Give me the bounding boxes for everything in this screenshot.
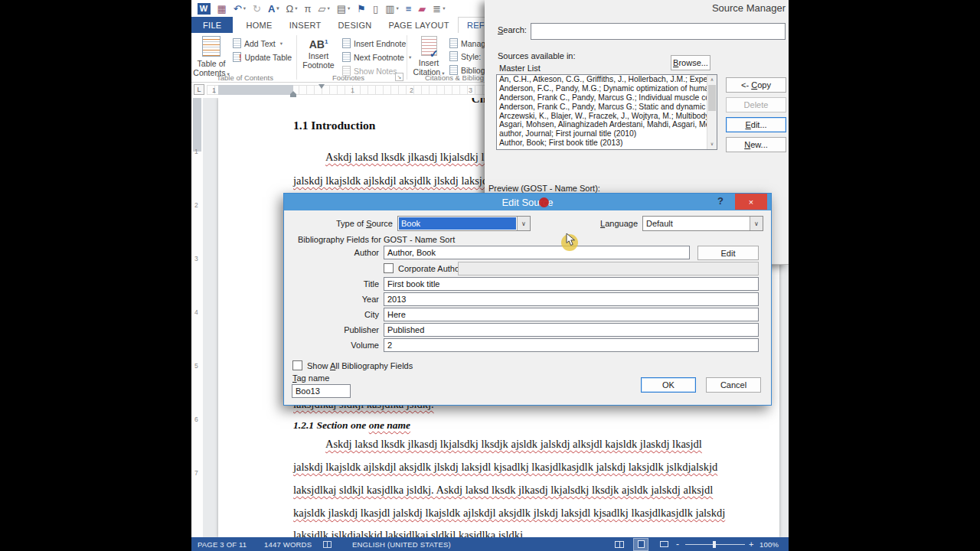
title-field[interactable]: First book title [384,277,759,291]
recorder-click-highlight [539,197,549,207]
source-list-item[interactable]: An, C.H., Atkeson, C.G., Griffiths, J., … [497,75,717,84]
master-source-list[interactable]: An, C.H., Atkeson, C.G., Griffiths, J., … [496,74,717,150]
next-footnote-icon [342,52,351,62]
source-list-item[interactable]: Asgari, Mohsen, Alinaghizadeh Ardestani,… [497,120,717,129]
tag-name-field[interactable]: Boo13 [292,384,351,398]
tag-name-label: Tag name [292,373,329,383]
format-painter-icon[interactable]: ▰ [415,0,430,17]
show-all-fields-checkbox[interactable] [292,360,302,370]
zoom-level[interactable]: 100% [760,537,779,551]
insert-citation-icon: ✓ [421,36,437,56]
tab-design[interactable]: DESIGN [330,17,381,33]
master-list-label: Master List [499,64,541,73]
source-list-item[interactable]: Anderson, Frank C., Pandy, Marcus G.; In… [497,93,717,103]
tab-file[interactable]: FILE [191,17,233,33]
city-field[interactable]: Here [384,308,759,321]
type-of-source-select[interactable]: Book ∨ [397,216,531,231]
undo-icon[interactable]: ↶▾ [230,0,249,17]
zoom-out-button[interactable]: - [676,537,679,551]
cancel-button[interactable]: Cancel [706,377,761,393]
sources-available-label: Sources available in: [498,51,576,60]
new-source-button[interactable]: New... [726,137,786,152]
flag-icon[interactable]: ⚑ [354,0,370,17]
table-of-contents-button[interactable]: Table of Contents▾ [194,34,229,79]
scroll-down-icon: ∨ [707,140,717,149]
equation-icon[interactable]: π [301,0,315,17]
list-scrollbar[interactable]: ∧ ∨ [707,75,717,149]
proofing-icon[interactable] [323,537,332,551]
volume-field[interactable]: 2 [384,338,759,352]
web-layout-icon[interactable] [657,537,671,551]
copy-button[interactable]: <- Copy [726,77,786,93]
insert-citation-button[interactable]: ✓ Insert Citation▾ [411,34,446,79]
shapes-icon[interactable]: ▱▾ [315,0,333,17]
fields-header: Bibliography Fields for GOST - Name Sort [298,235,455,244]
document-icon[interactable]: ▯ [369,0,381,17]
source-manager-title: Source Manager [712,2,786,14]
edit-source-dialog: Edit Source ? × Type of Source Book ∨ La… [283,193,772,406]
source-list-item[interactable]: author, Journal; First journal title (20… [497,129,717,139]
source-list-item[interactable]: Anderson, F.C., Pandy, M.G.; Dynamic opt… [497,84,717,93]
footnotes-dialog-launcher[interactable]: ↘ [395,73,403,81]
paragraph-marks-icon[interactable]: ≡ [402,0,415,17]
redo-icon[interactable]: ↻ [249,0,264,17]
add-text-button[interactable]: Add Text ▾ [233,37,283,50]
comment-icon[interactable]: ▤▾ [333,0,354,17]
word-logo-icon[interactable]: W [194,0,214,17]
zoom-slider[interactable] [685,537,745,551]
tab-insert[interactable]: INSERT [281,17,330,33]
table-of-contents-icon [202,36,220,57]
insert-endnote-button[interactable]: Insert Endnote [342,37,406,50]
style-dropdown[interactable]: Style: [449,50,481,63]
tab-page-layout[interactable]: PAGE LAYOUT [381,17,458,33]
vertical-ruler[interactable]: 1 2 3 4 5 6 7 [191,98,203,537]
insert-endnote-icon [342,38,351,48]
word-count[interactable]: 1447 WORDS [264,537,312,551]
add-text-icon [233,38,241,48]
body-text-line: Askdj laksd lksdk jlkasdj lkjalsdkj lksd… [325,438,702,451]
search-input[interactable] [531,23,786,40]
tab-home[interactable]: HOME [237,17,280,33]
next-footnote-button[interactable]: Next Footnote ▾ [342,51,411,64]
close-icon[interactable]: × [735,194,767,210]
left-indent-marker[interactable] [290,94,296,97]
edit-source-titlebar[interactable]: Edit Source [284,194,771,210]
font-styles-icon[interactable]: A▾ [264,0,283,17]
save-icon[interactable]: ▦ [214,0,230,17]
browse-button[interactable]: Browse... [671,55,710,70]
help-icon[interactable]: ? [717,195,724,207]
group-label-toc: Table of Contents [207,73,283,82]
chevron-down-icon[interactable]: ∨ [517,217,530,230]
title-label: Title [284,279,379,289]
edit-author-button[interactable]: Edit [697,246,759,260]
author-field[interactable]: Author, Book [384,246,690,259]
year-field[interactable]: 2013 [384,292,759,306]
source-list-item[interactable]: Anderson, Frank C., Pandy, Marcus G.; St… [497,103,717,112]
zoom-in-button[interactable]: + [749,537,754,551]
symbol-icon[interactable]: Ω▾ [283,0,301,17]
print-layout-icon[interactable] [634,537,648,551]
tab-selector[interactable]: L [194,84,204,95]
body-text-line: kajsldk jlaskdj lkasjdl jalskdj lkajsldk… [293,507,725,520]
numbered-list-icon[interactable]: ≣▾ [430,0,449,17]
review-icon[interactable]: ▥▾ [382,0,403,17]
body-text-line: jalskdj lkajsldk ajlskdjl aksjdlk jlskdj… [293,461,717,474]
insert-footnote-button[interactable]: AB1 Insert Footnote [301,34,336,79]
ok-button[interactable]: OK [641,377,696,393]
language-indicator[interactable]: ENGLISH (UNITED STATES) [352,537,451,551]
language-select[interactable]: Default ∨ [642,216,763,231]
delete-button: Delete [726,97,786,112]
publisher-field[interactable]: Published [384,323,759,337]
update-table-button[interactable]: ! Update Table [233,51,292,64]
source-list-item[interactable]: Arczewski, K., Blajer, W., Fraczek, J., … [497,112,717,121]
first-line-indent-marker[interactable] [318,84,325,89]
chevron-down-icon[interactable]: ∨ [750,217,763,230]
corporate-author-label: Corporate Author [398,264,462,273]
read-mode-icon[interactable] [612,537,626,551]
corporate-author-checkbox[interactable] [384,263,394,273]
source-list-item[interactable]: Author, Book; First book title (2013) [497,139,717,148]
city-label: City [284,310,379,319]
word-application-window: W ▦ ↶▾ ↻ A▾ Ω▾ π ▱▾ ▤▾ ⚑ ▯ ▥▾ ≡ ▰ ≣▾ FIL… [191,0,789,551]
page-indicator[interactable]: PAGE 3 OF 11 [198,537,247,551]
edit-source-button[interactable]: Edit... [726,117,786,132]
